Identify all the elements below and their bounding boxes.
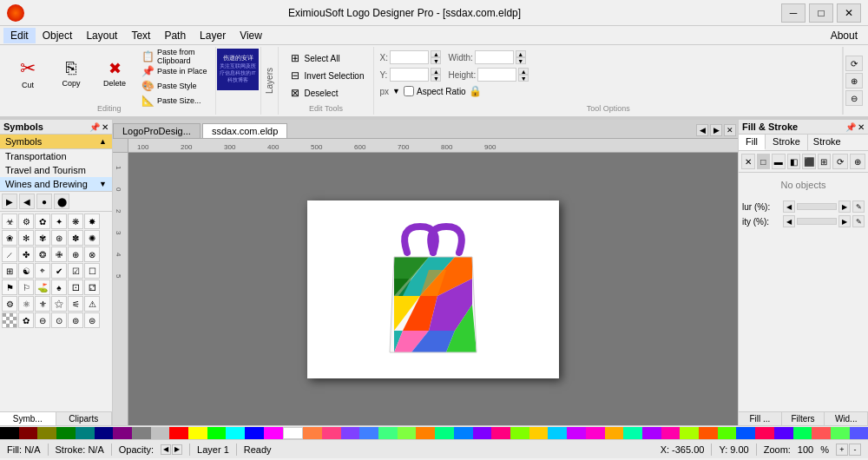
x-up-button[interactable]: ▲	[431, 50, 441, 57]
sym-cell-33[interactable]: ⚜	[35, 296, 50, 312]
symbols-tab-button[interactable]: Symb...	[0, 412, 56, 425]
sym-ctrl-prev[interactable]: ◀	[19, 194, 35, 209]
menu-layout[interactable]: Layout	[79, 28, 124, 43]
color-swatch-mediumgreen[interactable]	[793, 427, 812, 439]
color-swatch-slateblue[interactable]	[774, 427, 793, 439]
color-swatch-mint[interactable]	[378, 427, 398, 439]
sym-cell-25[interactable]: ⚑	[2, 279, 17, 295]
paste-style-button[interactable]: 🎨 Paste Style	[137, 78, 212, 93]
blur-right-btn[interactable]: ▶	[838, 200, 851, 213]
color-swatch-springgreen[interactable]	[435, 427, 454, 439]
sym-item-wines[interactable]: Wines and Brewing ▼	[0, 177, 112, 191]
color-swatch-chartreuse[interactable]	[398, 427, 417, 439]
y-input[interactable]	[390, 68, 429, 82]
cut-button[interactable]: ✂ Cut	[7, 49, 49, 97]
menu-path[interactable]: Path	[157, 28, 193, 43]
color-swatch-lime[interactable]	[207, 427, 227, 439]
fill-icon-3[interactable]: ▬	[772, 154, 786, 169]
height-up-button[interactable]: ▲	[518, 68, 529, 75]
y-up-button[interactable]: ▲	[431, 68, 441, 75]
sym-cell-30[interactable]: ⚁	[84, 279, 100, 295]
paste-from-button[interactable]: 📋 Paste fromClipboard	[137, 49, 212, 63]
x-input[interactable]	[390, 50, 429, 64]
aspect-checkbox[interactable]	[404, 86, 414, 96]
sym-cell-16[interactable]: ✙	[51, 246, 67, 262]
sym-cell-31[interactable]: ⚙	[2, 296, 17, 312]
fill-icon-2[interactable]: □	[757, 154, 771, 169]
color-swatch-orangered[interactable]	[699, 427, 718, 439]
sym-cell-36[interactable]: ⚠	[84, 296, 100, 312]
sym-cell-20[interactable]: ☯	[18, 263, 34, 279]
sym-cell-14[interactable]: ✤	[18, 246, 34, 262]
color-swatch-dodgerblue[interactable]	[454, 427, 473, 439]
zoom-out-button[interactable]: -	[849, 444, 861, 456]
fill-icon-5[interactable]: ⬛	[802, 154, 816, 169]
color-swatch-blueviolet[interactable]	[473, 427, 492, 439]
color-swatch-lawngreen[interactable]	[718, 427, 737, 439]
color-swatch-mediumpurple[interactable]	[642, 427, 661, 439]
panel-close-icon[interactable]: ✕	[102, 122, 108, 132]
fill-tab[interactable]: Fill	[739, 135, 766, 150]
doc-tab-right-icon[interactable]: ▶	[710, 124, 722, 136]
color-swatch-aqua[interactable]	[226, 427, 245, 439]
stroke-tab-2[interactable]: Stroke	[808, 135, 846, 150]
close-button[interactable]: ✕	[837, 3, 861, 23]
fill-extra-2[interactable]: ⊕	[850, 154, 865, 169]
sym-cell-29[interactable]: ⚀	[68, 279, 83, 295]
panel-pin-icon[interactable]: 📌	[89, 122, 100, 132]
sym-cell-8[interactable]: ✻	[18, 230, 34, 246]
sym-cell-21[interactable]: ⌖	[35, 263, 50, 279]
color-swatch-green[interactable]	[56, 427, 76, 439]
sym-cell-39[interactable]: ⊖	[35, 312, 50, 328]
minimize-button[interactable]: ─	[781, 3, 806, 23]
doc-tab-left-icon[interactable]: ◀	[696, 124, 708, 136]
panel-right-pin-icon[interactable]: 📌	[845, 122, 856, 132]
fill-extra-1[interactable]: ⟳	[832, 154, 848, 169]
about-button[interactable]: About	[824, 28, 865, 43]
doc-tab-close-icon[interactable]: ✕	[724, 124, 736, 136]
sym-cell-41[interactable]: ⊚	[68, 312, 83, 328]
width-input[interactable]	[475, 50, 514, 64]
opacity-track[interactable]	[797, 218, 837, 225]
sym-cell-24[interactable]: ☐	[84, 263, 100, 279]
color-swatch-orange[interactable]	[303, 427, 322, 439]
ribbon-icon-2[interactable]: ⊕	[845, 73, 863, 89]
deselect-button[interactable]: ⊠ Deselect	[284, 86, 343, 101]
sym-cell-4[interactable]: ✦	[51, 214, 67, 229]
menu-text[interactable]: Text	[124, 28, 157, 43]
sym-cell-3[interactable]: ✿	[35, 214, 50, 229]
menu-edit[interactable]: Edit	[3, 28, 36, 43]
color-swatch-pink[interactable]	[322, 427, 341, 439]
color-swatch-deeppink[interactable]	[491, 427, 510, 439]
height-down-button[interactable]: ▼	[518, 75, 529, 82]
sym-ctrl-play[interactable]: ▶	[2, 194, 17, 209]
menu-view[interactable]: View	[233, 28, 269, 43]
color-swatch-white[interactable]	[283, 427, 304, 439]
color-swatch-gray[interactable]	[132, 427, 151, 439]
cliparts-tab-button[interactable]: Cliparts	[56, 412, 113, 425]
paste-in-place-button[interactable]: 📌 Paste in Place	[137, 63, 212, 78]
sym-cell-17[interactable]: ⊕	[68, 246, 83, 262]
stroke-tab-1[interactable]: Stroke	[766, 135, 808, 150]
sym-cell-22[interactable]: ✔	[51, 263, 67, 279]
color-swatch-deephotpink[interactable]	[661, 427, 681, 439]
sym-cell-23[interactable]: ☑	[68, 263, 83, 279]
blur-track[interactable]	[797, 203, 837, 210]
width-down-button[interactable]: ▼	[516, 57, 526, 64]
color-swatch-maroon[interactable]	[19, 427, 38, 439]
color-swatch-tomato[interactable]	[812, 427, 831, 439]
sym-cell-37[interactable]	[2, 312, 17, 328]
color-swatch-mediumorchid[interactable]	[567, 427, 586, 439]
color-swatch-cornflower[interactable]	[359, 427, 378, 439]
sym-cell-15[interactable]: ❂	[35, 246, 50, 262]
sym-item-travel[interactable]: Travel and Tourism	[0, 163, 112, 177]
sym-ctrl-next[interactable]: ●	[36, 194, 52, 209]
color-swatch-black[interactable]	[0, 427, 19, 439]
sym-cell-27[interactable]: ⛳	[35, 279, 50, 295]
color-swatch-navy[interactable]	[95, 427, 114, 439]
doc-tab-logo[interactable]: LogoProDesig...	[113, 123, 201, 138]
y-down-button[interactable]: ▼	[431, 75, 441, 82]
opacity-prev-icon[interactable]: ◀	[161, 444, 171, 455]
sym-cell-12[interactable]: ✺	[84, 230, 100, 246]
sym-cell-6[interactable]: ✸	[84, 214, 100, 229]
